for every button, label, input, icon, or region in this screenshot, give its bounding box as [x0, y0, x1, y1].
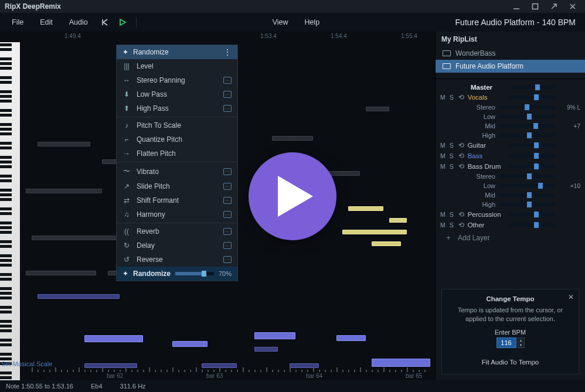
- sub-label: High: [470, 201, 495, 208]
- lock-icon[interactable]: ⟲: [458, 210, 464, 219]
- master-slider[interactable]: [512, 86, 555, 89]
- track-slider[interactable]: [509, 96, 555, 99]
- play-icon[interactable]: [116, 16, 129, 29]
- fx-preset-icon[interactable]: ⋯: [223, 242, 232, 249]
- restore-icon[interactable]: [550, 2, 558, 11]
- fx-icon: ⇄: [123, 196, 131, 204]
- add-layer-button[interactable]: +Add Layer: [436, 230, 585, 246]
- track-slider[interactable]: [509, 144, 555, 147]
- bar-label: bar 65: [406, 373, 422, 379]
- right-panel: My RipList WonderBassFuture Audio Platfo…: [435, 32, 585, 380]
- track-label[interactable]: Bass: [468, 152, 505, 159]
- mute-solo-buttons[interactable]: M S: [440, 211, 455, 218]
- svg-line-2: [552, 4, 556, 9]
- lock-icon[interactable]: ⟲: [458, 152, 464, 160]
- fx-item-harmony[interactable]: ♫Harmony⋯: [117, 207, 237, 221]
- fx-preset-icon[interactable]: ⋯: [223, 77, 232, 84]
- lock-icon[interactable]: ⟲: [458, 162, 464, 171]
- mute-solo-buttons[interactable]: M S: [440, 152, 455, 159]
- fx-preset-icon[interactable]: ⋯: [223, 183, 232, 190]
- sub-slider[interactable]: [499, 134, 555, 137]
- track-label[interactable]: Guitar: [468, 142, 505, 149]
- fx-item-delay[interactable]: ↻Delay⋯: [117, 238, 237, 253]
- sub-slider[interactable]: [499, 175, 555, 178]
- fx-preset-icon[interactable]: ⋯: [223, 228, 232, 235]
- skip-back-icon[interactable]: [98, 16, 111, 29]
- menu-help[interactable]: Help: [298, 16, 327, 29]
- menu-file[interactable]: File: [5, 16, 30, 29]
- folder-icon: [443, 63, 451, 69]
- close-icon[interactable]: ✕: [568, 293, 574, 301]
- maximize-icon[interactable]: [531, 2, 539, 11]
- fx-item-shift-formant[interactable]: ⇄Shift Formant⋯: [117, 193, 237, 207]
- fx-randomize-footer[interactable]: ✦ Randomize 70%: [117, 267, 237, 281]
- bpm-spinner[interactable]: ▲▼: [518, 338, 525, 348]
- sub-value: +10: [560, 183, 580, 189]
- lock-icon[interactable]: ⟲: [458, 221, 464, 229]
- menu-view[interactable]: View: [266, 16, 295, 29]
- bpm-input[interactable]: [496, 338, 516, 348]
- sub-slider[interactable]: [499, 124, 555, 128]
- sub-slider[interactable]: [499, 203, 555, 206]
- fx-item-level[interactable]: |||Level: [117, 59, 237, 73]
- sub-slider[interactable]: [499, 184, 555, 188]
- mute-solo-buttons[interactable]: M S: [440, 94, 455, 101]
- close-icon[interactable]: [569, 2, 577, 11]
- track-label[interactable]: Bass Drum: [468, 163, 505, 170]
- video-play-overlay[interactable]: [249, 152, 336, 240]
- fit-audio-button[interactable]: Fit Audio To Tempo: [449, 356, 572, 368]
- track-slider[interactable]: [509, 165, 555, 168]
- fx-item-stereo-panning[interactable]: ↔Stereo Panning⋯: [117, 73, 237, 87]
- fx-item-pitch-to-scale[interactable]: ♪Pitch To Scale: [117, 118, 237, 132]
- track-label[interactable]: Percussion: [468, 211, 505, 218]
- lock-icon[interactable]: ⟲: [458, 141, 464, 149]
- sub-slider[interactable]: [499, 193, 555, 197]
- fx-preset-icon[interactable]: ⋯: [223, 211, 232, 218]
- track-label[interactable]: Vocals: [468, 94, 505, 101]
- fx-item-vibrato[interactable]: 〜Vibrato⋯: [117, 163, 237, 179]
- menu-audio[interactable]: Audio: [62, 16, 95, 29]
- sub-slider[interactable]: [499, 115, 555, 118]
- riplist-item[interactable]: Future Audio Platform: [436, 60, 585, 73]
- fx-item-quantize-pitch[interactable]: ⌐Quantize Pitch: [117, 132, 237, 146]
- fx-item-reverb[interactable]: ((Reverb⋯: [117, 224, 237, 238]
- track-slider[interactable]: [509, 213, 555, 216]
- fx-preset-icon[interactable]: ⋯: [223, 168, 232, 175]
- fx-header[interactable]: ✦ Randomize ⋮: [117, 45, 237, 59]
- minimize-icon[interactable]: [512, 2, 521, 11]
- track-slider[interactable]: [509, 223, 555, 227]
- fx-preset-icon[interactable]: ⋯: [223, 197, 232, 204]
- fx-item-reverse[interactable]: ↺Reverse⋯: [117, 253, 237, 267]
- track-slider[interactable]: [509, 154, 555, 158]
- piano-keys[interactable]: [0, 42, 20, 380]
- sub-slider[interactable]: [499, 105, 555, 109]
- track-label[interactable]: Other: [468, 221, 505, 229]
- set-musical-scale-link[interactable]: Set Musical Scale: [1, 360, 52, 367]
- statusbar: Note 1:50.55 to 1:53.16 Eb4 311.6 Hz: [0, 380, 585, 392]
- fx-item-slide-pitch[interactable]: ↗Slide Pitch⋯: [117, 179, 237, 193]
- mixer-sub-row: Mid: [436, 190, 585, 200]
- fx-icon: |||: [123, 62, 131, 70]
- fx-preset-icon[interactable]: ⋯: [223, 105, 232, 112]
- more-icon[interactable]: ⋮: [224, 48, 232, 56]
- piano-roll-canvas[interactable]: 1:49.4 1:53.4 1:54.4 1:55.4: [0, 32, 435, 380]
- fx-item-low-pass[interactable]: ⬇Low Pass⋯: [117, 87, 237, 101]
- fx-preset-icon[interactable]: ⋯: [223, 256, 232, 263]
- chevron-down-icon[interactable]: ▼: [518, 343, 524, 347]
- fx-icon: ((: [123, 227, 131, 236]
- riplist-item[interactable]: WonderBass: [436, 47, 585, 60]
- fx-preset-icon[interactable]: ⋯: [223, 91, 232, 98]
- fx-item-label: Reverb: [137, 227, 159, 236]
- titlebar: RipX DeepRemix: [0, 0, 585, 13]
- randomize-slider[interactable]: [175, 272, 214, 275]
- mute-solo-buttons[interactable]: M S: [440, 142, 455, 149]
- menu-edit[interactable]: Edit: [33, 16, 60, 29]
- fx-item-high-pass[interactable]: ⬆High Pass⋯: [117, 101, 237, 115]
- time-tick: 1:54.4: [331, 33, 347, 39]
- tempo-desc: Tempo is updated from the cursor, or app…: [449, 306, 572, 323]
- mute-solo-buttons[interactable]: M S: [440, 163, 455, 170]
- lock-icon[interactable]: ⟲: [458, 93, 464, 101]
- mute-solo-buttons[interactable]: M S: [440, 221, 455, 229]
- chevron-up-icon[interactable]: ▲: [518, 338, 524, 343]
- fx-item-flatten-pitch[interactable]: →Flatten Pitch: [117, 146, 237, 161]
